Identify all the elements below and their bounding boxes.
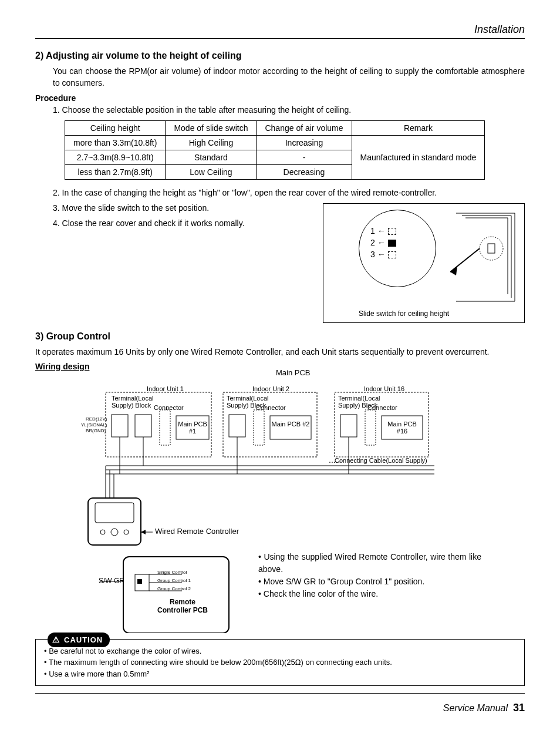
caution-item-1: • The maximum length of connecting wire … — [44, 657, 516, 668]
switch-diagram: 1← 2← 3← Slide switch for ceiling height — [323, 203, 525, 323]
s2-step4: 4. Close the rear cover and check if it … — [53, 218, 311, 228]
pcb16-label: Main PCB #16 — [383, 420, 421, 435]
caution-item-0: • Be careful not to exchange the color o… — [44, 645, 516, 657]
cell-remark: Maunfactured in standard mode — [352, 136, 485, 180]
svg-rect-6 — [160, 410, 170, 445]
svg-rect-1 — [488, 244, 495, 253]
wrc-label: Wired Remote Controller — [155, 527, 239, 536]
bullet-1: Move S/W GR to "Group Control 1" positio… — [258, 576, 481, 588]
sw-opt-1: Group Control 1 — [157, 578, 191, 584]
s2-step1: 1. Choose the selectable position in the… — [53, 105, 525, 115]
heading-s2: 2) Adjusting air volume to the height of… — [35, 51, 525, 61]
connector-label: Connector — [154, 404, 184, 411]
u2-label: Indoor Unit 2 — [252, 385, 289, 392]
wire-br: BR(GND) — [86, 429, 106, 434]
cell: Increasing — [257, 136, 352, 150]
u1-label: Indoor Unit 1 — [147, 385, 184, 392]
connector-label: Connector — [256, 404, 286, 411]
heading-s3: 3) Group Control — [35, 331, 525, 342]
th-remark: Remark — [352, 121, 485, 136]
cell: 2.7~3.3m(8.9~10.8ft) — [65, 150, 166, 165]
connector-label: Connector — [367, 404, 397, 411]
rc-pcb-label: Remote Controller PCB — [156, 598, 209, 615]
cell: Standard — [166, 150, 257, 165]
arrow-left-icon: ← — [377, 238, 386, 247]
s2-intro: You can choose the RPM(or air volume) of… — [53, 66, 525, 89]
wiring-diagram: Main PCB ..... — [53, 375, 505, 633]
wire-yl: YL(SIGNAL) — [81, 423, 107, 428]
switch-pos-3: 3← — [370, 250, 396, 259]
page-footer: Service Manual 31 — [35, 702, 525, 714]
switch-pos-1: 1← — [370, 226, 396, 236]
wire-red: RED(12V) — [86, 417, 107, 422]
svg-rect-28 — [95, 503, 134, 523]
sw-opt-2: Group Control 2 — [157, 587, 191, 592]
svg-point-30 — [111, 529, 118, 536]
svg-rect-34 — [123, 557, 229, 633]
th-height: Ceiling height — [65, 121, 166, 136]
svg-rect-5 — [135, 415, 151, 437]
svg-marker-33 — [141, 530, 146, 534]
arrow-left-icon: ← — [377, 226, 386, 236]
s2-step2: 2. In the case of changing the height as… — [53, 188, 525, 197]
ceiling-table: Ceiling height Mode of slide switch Chan… — [65, 120, 485, 180]
svg-point-31 — [124, 530, 129, 534]
s3-intro: It operates maximum 16 Units by only one… — [35, 347, 525, 358]
svg-point-29 — [100, 530, 105, 534]
bullet-2: Check the line color of the wire. — [258, 588, 481, 600]
pcb2-label: Main PCB #2 — [271, 420, 310, 428]
svg-rect-15 — [365, 410, 376, 445]
th-change: Change of air volume — [257, 121, 352, 136]
cell: - — [257, 150, 352, 165]
svg-rect-4 — [112, 415, 128, 437]
s2-step3: 3. Move the slide switch to the set posi… — [53, 203, 311, 213]
u16-label: Indoor Unit 16 — [364, 385, 404, 392]
cell: Decreasing — [257, 165, 352, 180]
svg-rect-10 — [254, 410, 264, 445]
caution-badge: CAUTION — [48, 633, 110, 648]
caution-item-2: • Use a wire more than 0.5mm² — [44, 668, 516, 680]
svg-rect-36 — [137, 579, 142, 584]
switch-pos-2: 2← — [370, 238, 396, 247]
magnifier-circle-icon — [359, 210, 436, 287]
cell: Low Ceiling — [166, 165, 257, 180]
pcb1-label: Main PCB #1 — [177, 420, 208, 435]
procedure-label: Procedure — [35, 93, 525, 103]
svg-point-0 — [480, 237, 503, 260]
arrow-left-icon: ← — [377, 250, 386, 259]
bullet-0: Using the supplied Wired Remote Controll… — [258, 551, 481, 576]
cell: less than 2.7m(8.9ft) — [65, 165, 166, 180]
svg-rect-27 — [88, 498, 141, 545]
sw-opt-0: Single Control — [157, 570, 187, 576]
switch-caption: Slide switch for ceiling height — [359, 310, 449, 318]
pcb-closeup-icon — [450, 207, 521, 307]
caution-box: CAUTION • Be careful not to exchange the… — [35, 639, 525, 687]
page-header: Installation — [35, 23, 525, 39]
swgr-label: S/W GR — [99, 577, 124, 585]
svg-rect-9 — [229, 415, 245, 437]
th-mode: Mode of slide switch — [166, 121, 257, 136]
cell: High Ceiling — [166, 136, 257, 150]
cable-label: Connecting Cable(Local Supply) — [335, 457, 427, 464]
svg-rect-14 — [340, 415, 357, 437]
wiring-notes: Using the supplied Wired Remote Controll… — [258, 551, 481, 600]
cell: more than 3.3m(10.8ft) — [65, 136, 166, 150]
